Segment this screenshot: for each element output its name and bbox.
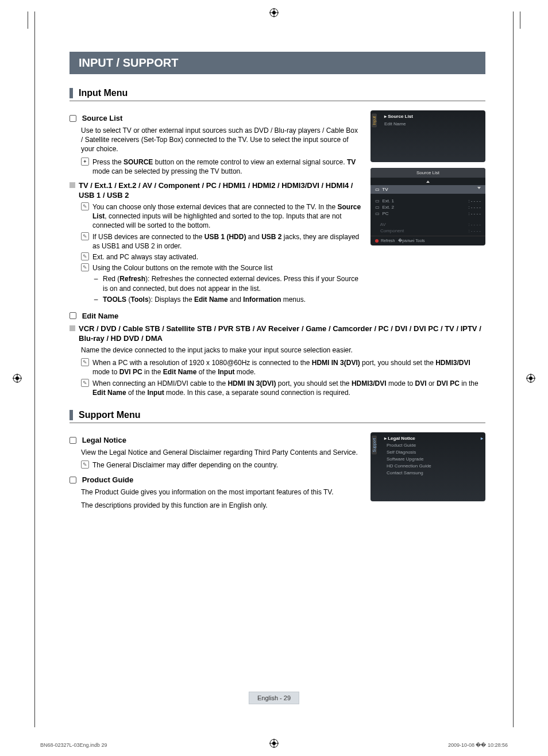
subheading-legal-notice: Legal Notice [70,436,361,444]
svg-point-15 [529,377,532,380]
osd-support-tab: Support [372,436,377,455]
osd-support-title: ▸ Legal Notice ▸ [384,436,483,441]
print-timestamp: 2009-10-08 �� 10:28:56 [448,742,508,748]
osd-input-title: ▸ Source List [384,114,483,119]
reg-target-bottom-icon [269,739,279,748]
edit-name-note-1: When a PC with a resolution of 1920 x 10… [92,358,485,377]
chapter-title: INPUT / SUPPORT [70,52,485,74]
inputs-note-4: Using the Colour buttons on the remote w… [92,263,273,273]
page: INPUT / SUPPORT Input Menu Source List U… [34,11,514,727]
osd-input-editname: Edit Name [384,121,483,126]
note-icon: ✎ [81,358,89,366]
osd-sl-row: ▭ Ext. 1: - - - - [375,198,481,204]
subheading-source-list: Source List [70,114,361,122]
edit-name-desc: Name the device connected to the input j… [81,346,485,355]
osd-support-menu: Support ▸ Legal Notice ▸ Product Guide S… [371,432,485,501]
section-input-menu: Input Menu [70,88,485,98]
square-bullet-icon [70,182,75,188]
section-rule [70,423,485,423]
note-icon: ✎ [81,460,89,469]
osd-sl-row: ▭ PC: - - - - [375,211,481,216]
dash-icon: – [92,295,99,304]
box-icon [70,115,76,122]
osd-sl-selected: ▭ TV [371,185,485,194]
print-filename: BN68-02327L-03Eng.indb 29 [40,742,107,748]
box-icon [70,437,76,444]
inputs-note-2: If USB devices are connected to the USB … [92,232,361,251]
dash-icon: – [92,274,99,293]
reg-target-right-icon [526,374,535,383]
arrow-down-icon [477,187,481,189]
box-icon [70,312,76,319]
osd-support-item: HD Connection Guide [384,463,483,469]
note-icon: ✎ [81,263,89,271]
box-icon [70,477,76,483]
arrow-up-icon [426,181,430,183]
inputs-note-4a: Red (Refresh): Refreshes the connected e… [103,274,361,293]
page-number: English - 29 [249,692,299,704]
square-bullet-icon [70,325,75,331]
source-list-desc: Use to select TV or other external input… [81,126,361,154]
section-support-menu: Support Menu [70,410,485,420]
note-icon: ✎ [81,379,89,387]
note-icon: ✎ [81,202,89,210]
svg-point-11 [16,377,19,380]
section-rule [70,101,485,101]
osd-sl-row-dim: Component: - - - - [375,228,481,233]
osd-source-list: Source List ▭ TV ▭ Ext. 1: - - - - ▭ Ext… [371,168,485,245]
osd-input-tab: Input [372,114,377,128]
source-note-1: Press the SOURCE button on the remote co… [92,158,361,176]
legal-desc: View the Legal Notice and General Discla… [81,448,361,457]
edit-name-note-2: When connecting an HDMI/DVI cable to the… [92,379,485,397]
product-guide-l2: The descriptions provided by this functi… [81,501,361,510]
osd-support-item: Contact Samsung [384,470,483,475]
subheading-product-guide: Product Guide [70,475,361,484]
note-icon: ✎ [81,252,89,260]
remote-icon: ✦ [81,158,89,166]
osd-input-menu: Input ▸ Source List Edit Name [371,110,485,162]
osd-support-item: Product Guide [384,443,483,448]
osd-support-item: Software Upgrade [384,456,483,462]
inputs-note-3: Ext. and PC always stay activated. [92,252,198,262]
osd-sl-footer: Refresh �ральні Tools [371,236,485,245]
inputs-note-4b: TOOLS (Tools): Displays the Edit Name an… [103,295,306,304]
red-dot-icon [375,239,379,243]
osd-sl-header: Source List [371,168,485,178]
subheading-edit-name: Edit Name [70,312,485,320]
osd-sl-row-dim: AV: - - - - [375,222,481,227]
inputs-heading: TV / Ext.1 / Ext.2 / AV / Component / PC… [79,181,361,201]
legal-note: The General Disclaimer may differ depend… [92,460,278,470]
svg-point-7 [272,742,276,745]
osd-support-item: Self Diagnosis [384,450,483,455]
product-guide-l1: The Product Guide gives you information … [81,488,361,497]
osd-sl-row: ▭ Ext. 2: - - - - [375,205,481,210]
note-icon: ✎ [81,232,89,240]
edit-name-devices: VCR / DVD / Cable STB / Satellite STB / … [79,324,485,344]
reg-target-left-icon [13,374,22,383]
inputs-note-1: You can choose only those external devic… [92,202,361,231]
